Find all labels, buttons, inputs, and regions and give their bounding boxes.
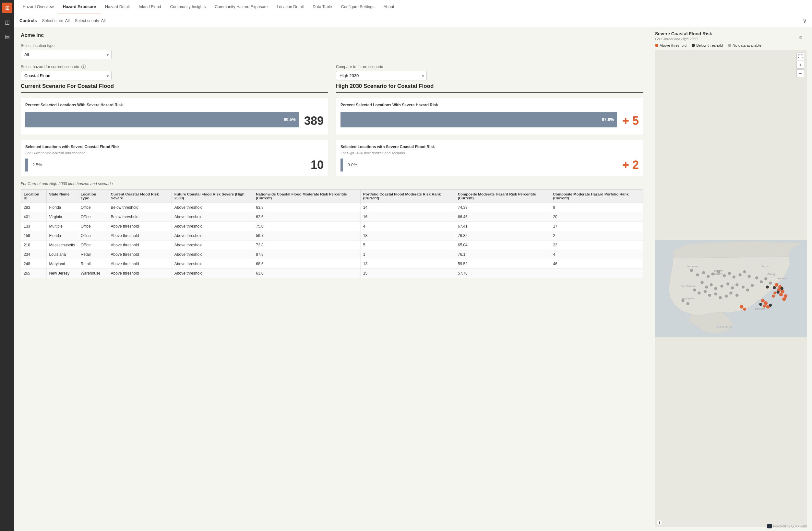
table-cell: 248 xyxy=(21,259,47,268)
svg-point-64 xyxy=(763,305,766,308)
current-scenario-info-icon[interactable]: ℹ xyxy=(82,64,86,69)
tab-community-hazard-exposure[interactable]: Community Hazard Exposure xyxy=(210,0,272,14)
location-type-select[interactable]: All Office Retail Warehouse xyxy=(21,50,112,59)
table-cell: 65.04 xyxy=(455,240,550,250)
map-info-button[interactable]: ℹ xyxy=(657,520,662,525)
table-icon[interactable]: ▤ xyxy=(2,31,12,42)
svg-point-67 xyxy=(769,304,772,307)
future-panel: High 2030 Scenario for Coastal Flood Per… xyxy=(336,83,643,176)
future-panel-heading: High 2030 Scenario for Coastal Flood xyxy=(336,83,643,93)
legend-dot-black xyxy=(692,44,695,47)
current-scenario-label: Select hazard for current scenario ℹ xyxy=(21,64,328,69)
table-cell: 9 xyxy=(550,203,643,212)
map-container[interactable]: Gulf of Mexico Vancouver San Francisco L… xyxy=(655,50,807,527)
tab-about[interactable]: About xyxy=(379,0,399,14)
book-icon[interactable]: ◫ xyxy=(2,17,12,27)
svg-point-15 xyxy=(711,272,714,275)
legend-label-above: Above threshold xyxy=(659,43,686,47)
tab-data-table[interactable]: Data Table xyxy=(308,0,337,14)
table-cell: Retail xyxy=(78,259,108,268)
map-zoom-in-button[interactable]: + xyxy=(796,61,804,69)
map-fullscreen-button[interactable]: ⛶ xyxy=(796,53,804,60)
col-header-composite-rank: Composite Moderate Hazard Porfolio Rank … xyxy=(550,189,643,203)
table-cell: Office xyxy=(78,212,108,221)
tab-hazard-overview[interactable]: Hazard Overview xyxy=(18,0,58,14)
svg-text:Chicago: Chicago xyxy=(767,272,776,276)
table-cell: 73.8 xyxy=(253,240,361,250)
svg-point-25 xyxy=(710,283,712,286)
svg-point-18 xyxy=(728,272,731,275)
table-cell: Above threshold xyxy=(172,250,253,259)
svg-point-60 xyxy=(781,287,783,290)
svg-point-31 xyxy=(742,285,744,289)
tab-location-detail[interactable]: Location Detail xyxy=(272,0,308,14)
svg-point-49 xyxy=(775,283,778,286)
svg-point-37 xyxy=(708,294,711,297)
map-controls: ⛶ + − xyxy=(796,53,804,77)
quicksight-logo xyxy=(767,524,772,528)
table-cell: 13 xyxy=(360,259,455,268)
table-row: 265New JerseyWarehouseAbove thresholdAbo… xyxy=(21,268,643,278)
svg-point-29 xyxy=(731,286,734,289)
table-cell: Office xyxy=(78,231,108,240)
future-scenario-select[interactable]: High 2030 Low 2030 High 2050 Low 2050 xyxy=(336,71,427,80)
current-scenario-col: Select hazard for current scenario ℹ Coa… xyxy=(21,64,328,80)
current-locations-count: 10 xyxy=(311,158,324,172)
panels-row: Current Scenario For Coastal Flood Perce… xyxy=(21,83,643,176)
table-section: For Current and High 2030 time horizon a… xyxy=(21,181,643,278)
content-inner: Acme Inc Select location type All Office… xyxy=(14,27,812,531)
svg-point-42 xyxy=(736,294,738,297)
svg-point-56 xyxy=(782,297,786,301)
table-row: 234LouisianaRetailAbove thresholdAbove t… xyxy=(21,250,643,259)
table-cell: 5 xyxy=(360,240,455,250)
current-scenario-select-wrapper: Coastal Flood Inland Flood Wind Heat ▾ xyxy=(21,71,112,80)
table-cell: Office xyxy=(78,240,108,250)
col-header-state: State Name xyxy=(46,189,78,203)
table-row: 248MarylandRetailAbove thresholdAbove th… xyxy=(21,259,643,268)
current-percent-metric: Percent Selected Locations With Severe H… xyxy=(21,98,328,134)
select-county-value[interactable]: All xyxy=(101,18,106,23)
future-delta-count: + 5 xyxy=(622,114,639,128)
location-type-select-wrapper: All Office Retail Warehouse ▾ xyxy=(21,50,112,59)
table-cell: 4 xyxy=(550,250,643,259)
current-percent-bar: 96.5% xyxy=(25,112,299,128)
table-cell: 59.52 xyxy=(455,259,550,268)
svg-point-32 xyxy=(746,289,749,292)
table-cell: Retail xyxy=(78,250,108,259)
svg-text:Toronto: Toronto xyxy=(762,265,769,268)
map-zoom-out-button[interactable]: − xyxy=(796,69,804,77)
tab-community-insights[interactable]: Community Insights xyxy=(166,0,211,14)
current-locations-row: 2.5% 10 xyxy=(25,158,324,172)
svg-point-63 xyxy=(764,301,768,305)
collapse-button[interactable]: ∨ xyxy=(802,17,807,24)
future-locations-delta: + 2 xyxy=(622,158,639,172)
col-header-type: Location Type xyxy=(78,189,108,203)
tab-hazard-exposure[interactable]: Hazard Exposure xyxy=(58,0,101,14)
table-cell: Below threshold xyxy=(108,203,172,212)
tab-inland-flood[interactable]: Inland Flood xyxy=(134,0,166,14)
svg-point-53 xyxy=(779,293,783,296)
svg-point-16 xyxy=(717,270,720,273)
svg-point-28 xyxy=(726,282,729,285)
col-header-national-pct: Nationwide Coastal Flood Moderate Risk P… xyxy=(253,189,361,203)
table-cell: 234 xyxy=(21,250,47,259)
powered-by-label: Powered by QuickSight xyxy=(773,525,807,528)
grid-icon[interactable]: ⊞ xyxy=(2,3,12,13)
table-cell: 67.41 xyxy=(455,221,550,231)
tab-hazard-detail[interactable]: Hazard Detail xyxy=(101,0,134,14)
table-note: For Current and High 2030 time horizon a… xyxy=(21,181,643,186)
table-cell: 283 xyxy=(21,203,47,212)
table-cell: New Jersey xyxy=(46,268,78,278)
svg-point-13 xyxy=(702,271,705,274)
current-locations-metric: Selected Locations with Severe Coastal F… xyxy=(21,140,328,176)
tab-configure-settings[interactable]: Configure Settings xyxy=(337,0,379,14)
current-scenario-select[interactable]: Coastal Flood Inland Flood Wind Heat xyxy=(21,71,112,80)
map-gear-icon[interactable]: ⚙ xyxy=(799,35,803,40)
select-state-value[interactable]: All xyxy=(65,18,70,23)
controls-label: Controls xyxy=(19,18,37,23)
svg-text:MEXICO: MEXICO xyxy=(755,308,765,311)
table-cell: Office xyxy=(78,203,108,212)
table-cell: 265 xyxy=(21,268,47,278)
svg-point-44 xyxy=(760,280,763,283)
legend-below-threshold: Below threshold xyxy=(692,43,723,47)
